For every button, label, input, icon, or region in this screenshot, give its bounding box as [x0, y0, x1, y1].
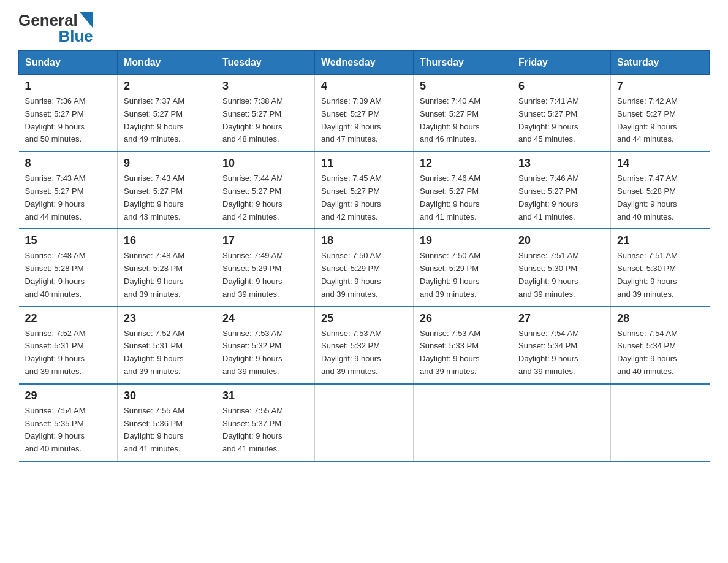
day-detail: Sunrise: 7:46 AMSunset: 5:27 PMDaylight:… [518, 172, 604, 223]
calendar-cell: 16 Sunrise: 7:48 AMSunset: 5:28 PMDaylig… [118, 229, 216, 306]
calendar-cell: 23 Sunrise: 7:52 AMSunset: 5:31 PMDaylig… [118, 307, 216, 384]
day-number: 20 [518, 234, 604, 247]
day-number: 1 [25, 80, 112, 93]
logo-general-text: General [18, 12, 78, 28]
day-number: 25 [321, 312, 407, 325]
day-detail: Sunrise: 7:52 AMSunset: 5:31 PMDaylight:… [124, 327, 210, 378]
calendar-cell: 22 Sunrise: 7:52 AMSunset: 5:31 PMDaylig… [19, 307, 118, 384]
day-number: 18 [321, 234, 407, 247]
weekday-header-sunday: Sunday [19, 51, 118, 75]
calendar-cell: 24 Sunrise: 7:53 AMSunset: 5:32 PMDaylig… [216, 307, 315, 384]
day-detail: Sunrise: 7:45 AMSunset: 5:27 PMDaylight:… [321, 172, 407, 223]
day-detail: Sunrise: 7:39 AMSunset: 5:27 PMDaylight:… [321, 95, 407, 146]
day-detail: Sunrise: 7:55 AMSunset: 5:36 PMDaylight:… [124, 405, 210, 456]
weekday-header-monday: Monday [118, 51, 216, 75]
day-number: 29 [25, 389, 112, 402]
day-detail: Sunrise: 7:53 AMSunset: 5:32 PMDaylight:… [321, 327, 407, 378]
day-number: 26 [420, 312, 506, 325]
calendar-cell: 21 Sunrise: 7:51 AMSunset: 5:30 PMDaylig… [611, 229, 710, 306]
calendar-cell: 31 Sunrise: 7:55 AMSunset: 5:37 PMDaylig… [216, 384, 315, 461]
calendar-cell [315, 384, 414, 461]
day-detail: Sunrise: 7:44 AMSunset: 5:27 PMDaylight:… [222, 172, 308, 223]
day-number: 3 [222, 80, 308, 93]
day-number: 22 [25, 312, 112, 325]
day-number: 4 [321, 80, 407, 93]
day-number: 8 [25, 157, 112, 170]
calendar-cell: 8 Sunrise: 7:43 AMSunset: 5:27 PMDayligh… [19, 151, 118, 229]
calendar-cell: 20 Sunrise: 7:51 AMSunset: 5:30 PMDaylig… [512, 229, 611, 306]
weekday-header-thursday: Thursday [414, 51, 512, 75]
svg-marker-0 [80, 12, 93, 28]
day-detail: Sunrise: 7:42 AMSunset: 5:27 PMDaylight:… [617, 95, 703, 146]
calendar-cell: 18 Sunrise: 7:50 AMSunset: 5:29 PMDaylig… [315, 229, 414, 306]
day-detail: Sunrise: 7:51 AMSunset: 5:30 PMDaylight:… [617, 250, 703, 301]
calendar-cell: 2 Sunrise: 7:37 AMSunset: 5:27 PMDayligh… [118, 75, 216, 152]
day-number: 12 [420, 157, 506, 170]
calendar-week-row: 15 Sunrise: 7:48 AMSunset: 5:28 PMDaylig… [19, 229, 710, 306]
day-number: 31 [222, 389, 308, 402]
calendar-cell [512, 384, 611, 461]
day-number: 23 [124, 312, 210, 325]
calendar-cell: 19 Sunrise: 7:50 AMSunset: 5:29 PMDaylig… [414, 229, 512, 306]
weekday-header-saturday: Saturday [611, 51, 710, 75]
day-number: 11 [321, 157, 407, 170]
calendar-week-row: 29 Sunrise: 7:54 AMSunset: 5:35 PMDaylig… [19, 384, 710, 461]
day-detail: Sunrise: 7:52 AMSunset: 5:31 PMDaylight:… [25, 327, 112, 378]
calendar-cell: 1 Sunrise: 7:36 AMSunset: 5:27 PMDayligh… [19, 75, 118, 152]
day-detail: Sunrise: 7:40 AMSunset: 5:27 PMDaylight:… [420, 95, 506, 146]
calendar-cell: 25 Sunrise: 7:53 AMSunset: 5:32 PMDaylig… [315, 307, 414, 384]
day-detail: Sunrise: 7:53 AMSunset: 5:32 PMDaylight:… [222, 327, 308, 378]
day-detail: Sunrise: 7:55 AMSunset: 5:37 PMDaylight:… [222, 405, 308, 456]
calendar-cell: 26 Sunrise: 7:53 AMSunset: 5:33 PMDaylig… [414, 307, 512, 384]
day-number: 30 [124, 389, 210, 402]
day-number: 10 [222, 157, 308, 170]
day-detail: Sunrise: 7:53 AMSunset: 5:33 PMDaylight:… [420, 327, 506, 378]
logo: General Blue [18, 12, 93, 44]
day-number: 24 [222, 312, 308, 325]
day-detail: Sunrise: 7:49 AMSunset: 5:29 PMDaylight:… [222, 250, 308, 301]
day-number: 16 [124, 234, 210, 247]
day-number: 15 [25, 234, 112, 247]
day-detail: Sunrise: 7:50 AMSunset: 5:29 PMDaylight:… [420, 250, 506, 301]
calendar-table: SundayMondayTuesdayWednesdayThursdayFrid… [18, 50, 710, 462]
calendar-cell: 13 Sunrise: 7:46 AMSunset: 5:27 PMDaylig… [512, 151, 611, 229]
weekday-header-friday: Friday [512, 51, 611, 75]
day-detail: Sunrise: 7:38 AMSunset: 5:27 PMDaylight:… [222, 95, 308, 146]
logo-triangle-icon [80, 12, 93, 28]
day-detail: Sunrise: 7:46 AMSunset: 5:27 PMDaylight:… [420, 172, 506, 223]
day-number: 17 [222, 234, 308, 247]
calendar-cell: 4 Sunrise: 7:39 AMSunset: 5:27 PMDayligh… [315, 75, 414, 152]
calendar-cell [414, 384, 512, 461]
day-detail: Sunrise: 7:54 AMSunset: 5:34 PMDaylight:… [617, 327, 703, 378]
day-detail: Sunrise: 7:43 AMSunset: 5:27 PMDaylight:… [124, 172, 210, 223]
day-detail: Sunrise: 7:37 AMSunset: 5:27 PMDaylight:… [124, 95, 210, 146]
day-number: 21 [617, 234, 703, 247]
day-detail: Sunrise: 7:50 AMSunset: 5:29 PMDaylight:… [321, 250, 407, 301]
weekday-header-wednesday: Wednesday [315, 51, 414, 75]
calendar-cell: 30 Sunrise: 7:55 AMSunset: 5:36 PMDaylig… [118, 384, 216, 461]
day-detail: Sunrise: 7:51 AMSunset: 5:30 PMDaylight:… [518, 250, 604, 301]
calendar-cell: 9 Sunrise: 7:43 AMSunset: 5:27 PMDayligh… [118, 151, 216, 229]
calendar-cell: 15 Sunrise: 7:48 AMSunset: 5:28 PMDaylig… [19, 229, 118, 306]
calendar-week-row: 8 Sunrise: 7:43 AMSunset: 5:27 PMDayligh… [19, 151, 710, 229]
day-detail: Sunrise: 7:54 AMSunset: 5:35 PMDaylight:… [25, 405, 112, 456]
calendar-cell: 10 Sunrise: 7:44 AMSunset: 5:27 PMDaylig… [216, 151, 315, 229]
day-number: 19 [420, 234, 506, 247]
day-detail: Sunrise: 7:43 AMSunset: 5:27 PMDaylight:… [25, 172, 112, 223]
calendar-cell: 3 Sunrise: 7:38 AMSunset: 5:27 PMDayligh… [216, 75, 315, 152]
logo-blue-text: Blue [58, 27, 93, 45]
day-number: 7 [617, 80, 703, 93]
day-number: 13 [518, 157, 604, 170]
day-detail: Sunrise: 7:48 AMSunset: 5:28 PMDaylight:… [25, 250, 112, 301]
weekday-header-row: SundayMondayTuesdayWednesdayThursdayFrid… [19, 51, 710, 75]
calendar-cell: 6 Sunrise: 7:41 AMSunset: 5:27 PMDayligh… [512, 75, 611, 152]
day-number: 14 [617, 157, 703, 170]
calendar-cell: 11 Sunrise: 7:45 AMSunset: 5:27 PMDaylig… [315, 151, 414, 229]
day-number: 5 [420, 80, 506, 93]
day-number: 6 [518, 80, 604, 93]
calendar-cell: 7 Sunrise: 7:42 AMSunset: 5:27 PMDayligh… [611, 75, 710, 152]
day-number: 9 [124, 157, 210, 170]
day-detail: Sunrise: 7:54 AMSunset: 5:34 PMDaylight:… [518, 327, 604, 378]
calendar-week-row: 22 Sunrise: 7:52 AMSunset: 5:31 PMDaylig… [19, 307, 710, 384]
calendar-cell: 27 Sunrise: 7:54 AMSunset: 5:34 PMDaylig… [512, 307, 611, 384]
